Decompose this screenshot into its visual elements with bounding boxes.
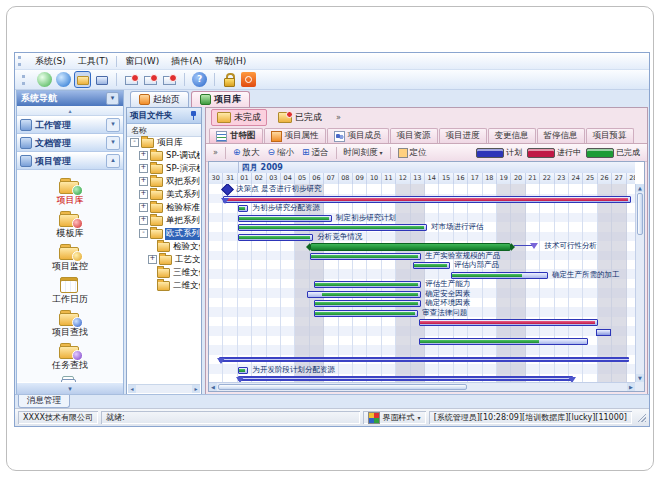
expand-icon[interactable]: + <box>139 216 148 225</box>
gantt-tab-label: 甘特图 <box>230 130 256 142</box>
power-icon[interactable] <box>241 72 256 87</box>
menu-item[interactable]: 帮助(H) <box>208 54 252 69</box>
menu-item[interactable]: 系统(S) <box>29 54 72 69</box>
tool-icon: ⊞ <box>302 148 310 157</box>
sidebar-collapse-button[interactable]: ▴ <box>17 106 123 116</box>
chevron-up-icon[interactable]: ▴ <box>106 154 120 168</box>
sidebar-group[interactable]: 工作管理▾ <box>17 116 123 134</box>
tool-label: 时间刻度 <box>344 147 378 159</box>
interface-style-button[interactable]: 界面样式 ▾ <box>363 411 426 424</box>
scroll-down-icon[interactable]: ▼ <box>636 374 644 382</box>
tool-时间刻度[interactable]: 时间刻度▾ <box>341 147 386 159</box>
tree-node[interactable]: +工艺文件 <box>128 253 200 266</box>
globe-icon[interactable] <box>56 72 71 87</box>
menu-separator <box>116 56 117 67</box>
tree-node[interactable]: -欧式系列 <box>128 227 200 240</box>
sidebar-pin-button[interactable]: ▾ <box>106 92 119 105</box>
sidebar-group[interactable]: 项目管理▴ <box>17 152 123 170</box>
collapse-icon[interactable]: - <box>130 138 139 147</box>
connection-icon[interactable] <box>37 72 52 87</box>
folder-icon <box>150 151 163 161</box>
style-palette-icon <box>368 412 380 424</box>
gantt-tab[interactable]: 项目进度 <box>439 128 487 143</box>
overflow-chevron-icon[interactable]: » <box>333 113 344 122</box>
menu-item[interactable]: 插件(A) <box>165 54 208 69</box>
tool-适合[interactable]: ⊞适合 <box>299 147 332 159</box>
tab-message-management[interactable]: 消息管理 <box>18 395 70 408</box>
task-label: 审查法律问题 <box>422 308 467 317</box>
gantt-tab[interactable]: 项目属性 <box>264 128 326 143</box>
sidebar-item[interactable]: 项目监控 <box>52 241 88 274</box>
gantt-tab[interactable]: 暂停信息 <box>537 128 585 143</box>
menu-grip <box>18 56 26 66</box>
tree-node-label: 三维文件 <box>172 267 200 279</box>
sidebar-group[interactable]: 文档管理▾ <box>17 134 123 152</box>
tool-缩小[interactable]: ⊖缩小 <box>264 147 297 159</box>
gantt-hscrollbar[interactable]: ◀ ▶ <box>209 382 635 391</box>
chevron-down-icon[interactable]: ▾ <box>106 118 120 132</box>
expand-icon[interactable]: + <box>139 203 148 212</box>
tree-hscrollbar[interactable]: ◂▸ <box>128 384 200 393</box>
main-area: 起始页项目库 项目文件夹 名称 -项目库+SP-调试机系+SP-演示机系+双把系… <box>126 90 648 395</box>
expand-icon[interactable]: + <box>139 177 148 186</box>
menu-item[interactable]: 工具(T) <box>72 54 115 69</box>
pin-icon[interactable] <box>189 110 198 121</box>
tree-node[interactable]: +SP-调试机系 <box>128 149 200 162</box>
tree-node[interactable]: -项目库 <box>128 136 200 149</box>
hscroll-thumb[interactable] <box>218 384 467 390</box>
mail-open-icon[interactable] <box>143 72 158 87</box>
sidebar-item[interactable]: 项目查找 <box>52 307 88 340</box>
mail-new-icon[interactable] <box>124 72 139 87</box>
lock-icon[interactable] <box>222 72 237 87</box>
doc-tab[interactable]: 项目库 <box>191 91 250 107</box>
menu-item[interactable]: 窗口(W) <box>119 54 165 69</box>
tool-放大[interactable]: ⊕放大 <box>230 147 263 159</box>
resize-grip[interactable] <box>637 413 646 422</box>
expand-icon[interactable]: + <box>148 255 157 264</box>
expand-icon[interactable]: + <box>139 151 148 160</box>
sidebar-item[interactable]: 项目文档查找 <box>43 373 97 382</box>
filter-pending-button[interactable]: 未完成 <box>211 109 267 126</box>
gantt-toolbar: »⊕放大⊖缩小⊞适合时间刻度▾定位计划进行中已完成 <box>206 144 647 162</box>
help-icon[interactable]: ? <box>192 72 207 87</box>
tree-node[interactable]: 三维文件 <box>128 266 200 279</box>
sidebar-collapsed-strip[interactable]: ▾ <box>17 382 123 394</box>
gantt-tab[interactable]: 变更信息 <box>488 128 536 143</box>
tree-node[interactable]: 检验文件 <box>128 240 200 253</box>
computer-icon[interactable] <box>94 72 109 87</box>
sidebar-item[interactable]: 项目库 <box>57 175 84 208</box>
tool-定位[interactable]: 定位 <box>395 147 430 159</box>
scroll-right-icon[interactable]: ▸ <box>192 385 200 393</box>
chevron-down-icon[interactable]: ▾ <box>106 136 120 150</box>
sidebar-item[interactable]: 工作日历 <box>52 274 88 307</box>
toolbar-separator <box>390 147 391 159</box>
vscroll-thumb[interactable] <box>637 193 643 235</box>
gantt-tab[interactable]: 甘特图 <box>209 128 263 143</box>
sidebar-item[interactable]: 模板库 <box>57 208 84 241</box>
doc-tab[interactable]: 起始页 <box>130 91 189 107</box>
gantt-tab[interactable]: 项目成员 <box>327 128 389 143</box>
gantt-vscrollbar[interactable]: ▲ ▼ <box>635 184 644 382</box>
gantt-tab[interactable]: 项目预算 <box>586 128 634 143</box>
mail-user-icon[interactable] <box>162 72 177 87</box>
sidebar-item[interactable]: 任务查找 <box>52 340 88 373</box>
scroll-up-icon[interactable]: ▲ <box>636 184 644 192</box>
expand-icon[interactable]: + <box>139 190 148 199</box>
scroll-right-icon[interactable]: ▶ <box>627 383 635 391</box>
gantt-tab[interactable]: 项目资源 <box>390 128 438 143</box>
tree-node[interactable]: 二维文件 <box>128 279 200 292</box>
collapse-icon[interactable]: - <box>139 229 148 238</box>
open-folder-icon[interactable] <box>75 72 90 87</box>
tree-node[interactable]: +美式系列 <box>128 188 200 201</box>
tree-node[interactable]: +双把系列 <box>128 175 200 188</box>
toolbar-overflow-icon[interactable]: » <box>210 148 221 157</box>
scroll-left-icon[interactable]: ◂ <box>128 385 136 393</box>
expand-icon[interactable]: + <box>139 164 148 173</box>
filter-done-button[interactable]: 已完成 <box>272 109 328 126</box>
tool-label: 定位 <box>410 147 427 159</box>
scroll-left-icon[interactable]: ◀ <box>209 383 217 391</box>
tree-node[interactable]: +单把系列 <box>128 214 200 227</box>
day-cell: 05 <box>295 173 309 184</box>
tree-node[interactable]: +SP-演示机系 <box>128 162 200 175</box>
tree-node[interactable]: +检验标准 <box>128 201 200 214</box>
